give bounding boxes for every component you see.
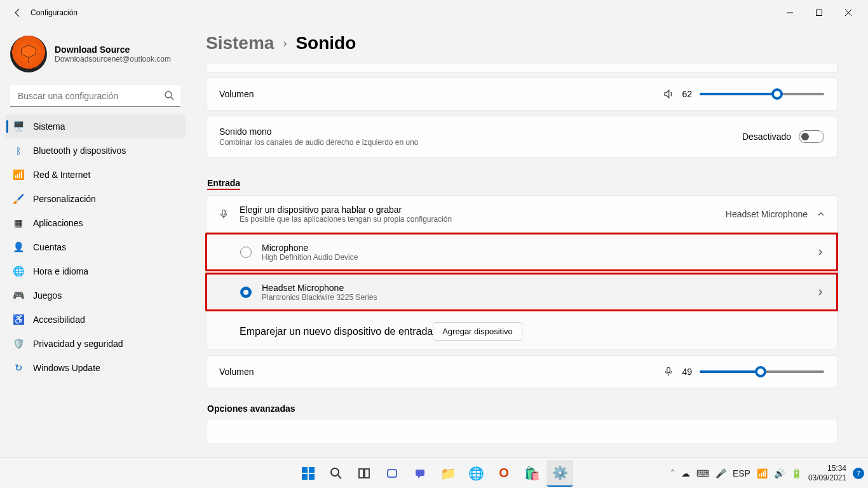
annotation-highlight: Headset Microphone Plantronics Blackwire… — [205, 273, 838, 311]
maximize-button[interactable] — [804, 0, 834, 25]
svg-rect-14 — [388, 470, 397, 477]
wifi-tray-icon[interactable]: 📶 — [757, 468, 768, 478]
taskbar: 📁 🌐 O 🛍️ ⚙️ ˄ ☁ ⌨ 🎤 ESP 📶 🔊 🔋 15:34 03/0… — [0, 458, 868, 488]
device-name: Headset Microphone — [262, 283, 377, 293]
input-device-expander[interactable]: Elegir un dispositivo para hablar o grab… — [207, 196, 837, 233]
input-volume-slider[interactable] — [700, 370, 824, 373]
advanced-card-stub[interactable] — [206, 419, 837, 444]
svg-rect-15 — [416, 470, 424, 476]
input-device-row-microphone[interactable]: Microphone High Definition Audio Device — [207, 234, 836, 269]
chevron-up-icon — [817, 210, 825, 219]
language-indicator[interactable]: ESP — [733, 468, 750, 478]
profile-email: Downloadsourcenet@outlook.com — [55, 55, 171, 64]
gamepad-icon: 🎮 — [13, 290, 24, 301]
search-icon — [164, 90, 174, 100]
task-view[interactable] — [351, 460, 377, 487]
output-volume-value: 62 — [682, 89, 692, 99]
svg-rect-8 — [302, 474, 308, 480]
chevron-right-icon: › — [283, 37, 287, 50]
mono-state-label: Desactivado — [742, 132, 791, 142]
back-button[interactable] — [5, 0, 31, 25]
keyboard-icon[interactable]: ⌨ — [696, 468, 709, 478]
svg-rect-6 — [302, 467, 308, 473]
tray-overflow[interactable]: ˄ — [670, 468, 675, 478]
minimize-button[interactable] — [775, 0, 804, 25]
microsoft-store[interactable]: 🛍️ — [519, 460, 545, 487]
clock-time: 15:34 — [808, 464, 846, 473]
taskbar-search[interactable] — [323, 460, 349, 487]
nav-privacy[interactable]: 🛡️Privacidad y seguridad — [5, 332, 186, 356]
globe-icon: 🌐 — [13, 266, 24, 277]
nav-gaming[interactable]: 🎮Juegos — [5, 283, 186, 308]
search-input[interactable] — [10, 85, 180, 107]
svg-rect-13 — [365, 469, 369, 478]
svg-line-11 — [338, 475, 341, 478]
device-sub: Plantronics Blackwire 3225 Series — [262, 293, 377, 302]
avatar — [10, 36, 47, 72]
widgets[interactable] — [379, 460, 405, 487]
profile-block[interactable]: Download Source Downloadsourcenet@outloo… — [5, 30, 186, 83]
svg-line-3 — [171, 97, 173, 100]
clock-date: 03/09/2021 — [808, 473, 846, 482]
window-title: Configuración — [31, 8, 78, 17]
nav-list: 🖥️Sistema ᛒBluetooth y dispositivos 📶Red… — [5, 114, 186, 380]
radio-selected[interactable] — [240, 287, 252, 298]
settings-app[interactable]: ⚙️ — [546, 460, 573, 487]
chat[interactable] — [407, 460, 433, 487]
breadcrumb-parent[interactable]: Sistema — [206, 33, 274, 53]
input-section-heading: Entrada — [207, 178, 240, 190]
input-device-card: Elegir un dispositivo para hablar o grab… — [206, 195, 837, 350]
onedrive-icon[interactable]: ☁ — [681, 468, 690, 478]
accessibility-icon: ♿ — [13, 314, 24, 325]
close-button[interactable] — [834, 0, 863, 25]
chevron-right-icon[interactable] — [816, 288, 825, 297]
nav-accounts[interactable]: 👤Cuentas — [5, 235, 186, 259]
microphone-tray-icon[interactable]: 🎤 — [715, 468, 726, 478]
input-device-row-headset[interactable]: Headset Microphone Plantronics Blackwire… — [207, 274, 836, 309]
card-stub-top — [206, 64, 837, 72]
volume-tray-icon[interactable]: 🔊 — [774, 468, 785, 478]
battery-tray-icon[interactable]: 🔋 — [791, 468, 802, 478]
edge-browser[interactable]: 🌐 — [463, 460, 489, 487]
annotation-highlight: Microphone High Definition Audio Device — [205, 233, 838, 271]
window-titlebar: Configuración — [0, 0, 868, 25]
nav-sistema[interactable]: 🖥️Sistema — [5, 114, 186, 139]
nav-apps[interactable]: ▦Aplicaciones — [5, 211, 186, 235]
input-volume-control[interactable]: 49 — [663, 366, 824, 377]
nav-bluetooth[interactable]: ᛒBluetooth y dispositivos — [5, 139, 186, 163]
svg-point-10 — [331, 468, 339, 476]
chevron-right-icon[interactable] — [816, 248, 825, 257]
nav-accessibility[interactable]: ♿Accesibilidad — [5, 308, 186, 332]
nav-windows-update[interactable]: ↻Windows Update — [5, 356, 186, 380]
notification-badge[interactable]: 7 — [853, 468, 864, 479]
main-content: Sistema › Sonido Volumen 62 — [191, 25, 868, 458]
output-volume-slider[interactable] — [700, 93, 824, 95]
input-volume-card: Volumen 49 — [206, 355, 837, 388]
search-box[interactable] — [10, 85, 180, 107]
nav-personalization[interactable]: 🖌️Personalización — [5, 187, 186, 211]
clock[interactable]: 15:34 03/09/2021 — [808, 464, 846, 482]
device-name: Microphone — [262, 243, 358, 253]
file-explorer[interactable]: 📁 — [435, 460, 461, 487]
svg-rect-7 — [309, 467, 315, 473]
svg-rect-12 — [359, 469, 363, 478]
speaker-icon[interactable] — [663, 88, 674, 100]
mono-toggle[interactable] — [799, 130, 824, 143]
microphone-icon[interactable] — [663, 366, 674, 377]
start-button[interactable] — [295, 460, 322, 487]
input-current-device: Headset Microphone — [726, 209, 808, 219]
input-volume-label: Volumen — [219, 367, 254, 377]
add-device-button[interactable]: Agregar dispositivo — [433, 322, 522, 341]
mono-card: Sonido mono Combinar los canales de audi… — [206, 116, 837, 158]
nav-time-lang[interactable]: 🌐Hora e idioma — [5, 259, 186, 283]
breadcrumb-current: Sonido — [295, 33, 356, 53]
office[interactable]: O — [491, 460, 517, 487]
mono-sub: Combinar los canales de audio derecho e … — [219, 138, 419, 147]
profile-name: Download Source — [55, 44, 171, 55]
advanced-heading: Opciones avanzadas — [207, 403, 837, 414]
output-volume-control[interactable]: 62 — [663, 88, 824, 100]
radio-unselected[interactable] — [240, 247, 252, 258]
sync-icon: ↻ — [13, 362, 24, 374]
nav-network[interactable]: 📶Red & Internet — [5, 163, 186, 187]
apps-icon: ▦ — [13, 217, 24, 229]
